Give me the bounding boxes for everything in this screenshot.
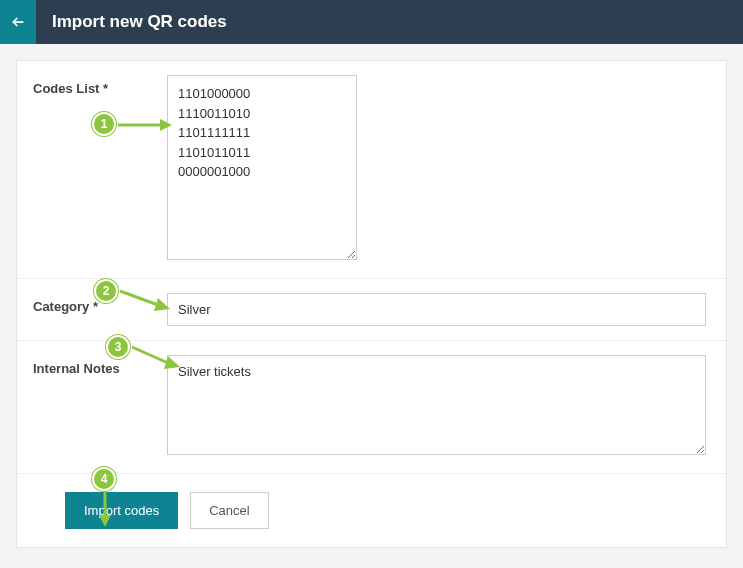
codes-list-label: Codes List * <box>17 75 167 96</box>
arrow-left-icon <box>11 15 25 29</box>
topbar: Import new QR codes <box>0 0 743 44</box>
field-category: Category * <box>17 278 726 340</box>
field-codes-list: Codes List * <box>17 61 726 278</box>
back-button[interactable] <box>0 0 36 44</box>
category-label: Category * <box>17 293 167 314</box>
internal-notes-textarea[interactable] <box>167 355 706 455</box>
codes-list-textarea[interactable] <box>167 75 357 260</box>
field-internal-notes: Internal Notes <box>17 340 726 473</box>
internal-notes-label: Internal Notes <box>17 355 167 376</box>
actions-row: Import codes Cancel <box>17 473 726 547</box>
category-input[interactable] <box>167 293 706 326</box>
import-codes-button[interactable]: Import codes <box>65 492 178 529</box>
cancel-button[interactable]: Cancel <box>190 492 268 529</box>
form-panel: Codes List * Category * Internal Notes I… <box>16 60 727 548</box>
page-title: Import new QR codes <box>36 0 227 44</box>
